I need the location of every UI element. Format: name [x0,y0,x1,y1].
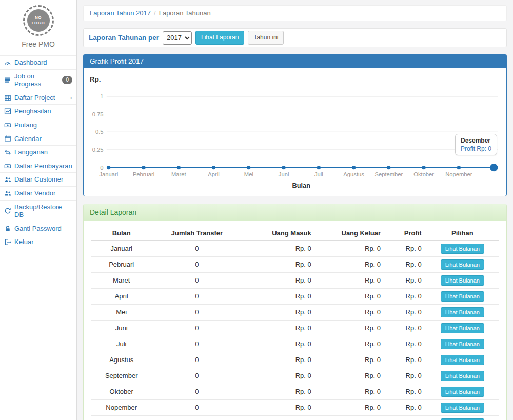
lihat-bulanan-button[interactable]: Lihat Bulanan [441,418,484,420]
profit-cell: Rp. 0 [385,241,426,257]
retweet-icon [4,149,11,156]
lihat-bulanan-button[interactable]: Lihat Bulanan [441,291,484,302]
sidebar-item-penghasilan[interactable]: Penghasilan [0,105,76,118]
action-cell: Lihat Bulanan [426,241,499,257]
month-cell: Pebruari [91,256,152,272]
uang-masuk-cell: Rp. 0 [242,256,315,272]
profit-chart-panel: Grafik Profit 2017 Rp.10.750.50.250Janua… [83,54,507,196]
transfer-count-cell: 0 [152,304,242,320]
money-icon [4,163,11,170]
year-select[interactable]: 2017 [163,31,192,45]
svg-text:Pebruari: Pebruari [133,171,154,177]
uang-keluar-cell: Rp. 0 [315,336,385,352]
lihat-bulanan-button[interactable]: Lihat Bulanan [441,323,484,333]
sidebar-item-ganti-password[interactable]: Ganti Password [0,222,76,236]
line-chart-icon [4,108,11,115]
lihat-bulanan-button[interactable]: Lihat Bulanan [441,387,484,397]
table-row: Pebruari0Rp. 0Rp. 0Rp. 0Lihat Bulanan [91,256,499,272]
sign-out-icon [4,238,11,246]
sidebar-item-label: Job on Progress [14,72,59,88]
uang-masuk-cell: Rp. 0 [242,399,315,415]
sidebar-item-keluar[interactable]: Keluar [0,235,76,249]
calendar-icon [4,135,11,142]
sidebar-item-label: Langganan [14,148,48,156]
lihat-bulanan-button[interactable]: Lihat Bulanan [441,403,484,413]
month-cell: Juni [91,320,152,336]
svg-text:Januari: Januari [99,171,118,177]
lihat-bulanan-button[interactable]: Lihat Bulanan [441,259,484,270]
table-row: Nopember0Rp. 0Rp. 0Rp. 0Lihat Bulanan [91,399,499,415]
transfer-count-cell: 0 [152,256,242,272]
breadcrumb: Laporan Tahun 2017/Laporan Tahunan [83,5,507,21]
sidebar-item-dashboard[interactable]: Dashboard [0,56,76,70]
transfer-count-cell: 0 [152,384,242,399]
chart-panel-title: Grafik Profit 2017 [84,54,506,68]
lihat-bulanan-button[interactable]: Lihat Bulanan [441,244,484,254]
svg-text:Juni: Juni [279,171,289,177]
users-icon [4,176,11,183]
column-header: Uang Masuk [242,226,315,241]
filter-label: Laporan Tahunan per [89,34,159,42]
sidebar-item-daftar-project[interactable]: Daftar Project‹ [0,91,76,105]
chart-tooltip: Desember Profit Rp: 0 [455,134,497,155]
svg-text:April: April [208,171,219,177]
profit-cell: Rp. 0 [385,304,426,320]
main-area: Laporan Tahun 2017/Laporan Tahunan Lapor… [77,0,513,420]
uang-keluar-cell: Rp. 0 [315,384,385,399]
profit-cell: Rp. 0 [385,320,426,336]
sidebar-item-backup-restore-db[interactable]: Backup/Restore DB [0,201,76,222]
breadcrumb-current: Laporan Tahunan [159,9,211,17]
lihat-bulanan-button[interactable]: Lihat Bulanan [441,307,484,317]
tasks-icon [4,76,11,84]
transfer-count-cell: 0 [152,288,242,304]
uang-masuk-cell: Rp. 0 [242,241,315,257]
sidebar-item-label: Daftar Customer [14,175,63,184]
transfer-count-cell: 0 [152,336,242,352]
table-row: Oktober0Rp. 0Rp. 0Rp. 0Lihat Bulanan [91,384,499,399]
sidebar-item-label: Daftar Project [14,94,55,102]
table-row: Januari0Rp. 0Rp. 0Rp. 0Lihat Bulanan [91,241,499,257]
sidebar-item-langganan[interactable]: Langganan [0,146,76,159]
uang-keluar-cell: Rp. 0 [315,272,385,288]
lihat-bulanan-button[interactable]: Lihat Bulanan [441,355,484,365]
sidebar-item-daftar-vendor[interactable]: Daftar Vendor [0,187,76,201]
transfer-count-cell: 0 [152,272,242,288]
profit-cell: Rp. 0 [385,399,426,415]
breadcrumb-separator: / [154,9,156,17]
table-row: Desember0Rp. 0Rp. 0Rp. 0Lihat Bulanan [91,415,499,420]
svg-text:Mei: Mei [244,171,253,177]
tahun-ini-button[interactable]: Tahun ini [248,31,284,44]
month-cell: Maret [91,272,152,288]
no-logo-seal-icon: NO LOGO [23,5,54,36]
profit-cell: Rp. 0 [385,415,426,420]
uang-masuk-cell: Rp. 0 [242,352,315,368]
svg-text:September: September [374,171,403,177]
sidebar-item-piutang[interactable]: Piutang [0,118,76,132]
breadcrumb-link[interactable]: Laporan Tahun 2017 [90,9,151,17]
lihat-bulanan-button[interactable]: Lihat Bulanan [441,275,484,286]
logo-text-line2: LOGO [32,21,45,26]
sidebar-item-daftar-customer[interactable]: Daftar Customer [0,173,76,187]
action-cell: Lihat Bulanan [426,415,499,420]
action-cell: Lihat Bulanan [426,384,499,399]
lihat-bulanan-button[interactable]: Lihat Bulanan [441,371,484,381]
lihat-laporan-button[interactable]: Lihat Laporan [195,31,244,44]
uang-keluar-cell: Rp. 0 [315,288,385,304]
svg-text:0.5: 0.5 [95,129,104,135]
column-header: Pilihan [426,226,499,241]
sidebar-item-calendar[interactable]: Calendar [0,132,76,146]
sidebar-menu: DashboardJob on Progress0Daftar Project‹… [0,55,76,249]
column-header: Bulan [91,226,152,241]
sidebar-item-label: Penghasilan [14,107,51,115]
sidebar-item-label: Daftar Vendor [14,189,55,197]
profit-cell: Rp. 0 [385,336,426,352]
uang-masuk-cell: Rp. 0 [242,272,315,288]
column-header: Profit [385,226,426,241]
uang-masuk-cell: Rp. 0 [242,288,315,304]
tooltip-profit-value: Profit Rp: 0 [461,145,491,152]
sidebar-item-job-on-progress[interactable]: Job on Progress0 [0,70,76,91]
month-cell: Oktober [91,384,152,399]
lihat-bulanan-button[interactable]: Lihat Bulanan [441,339,484,349]
action-cell: Lihat Bulanan [426,256,499,272]
sidebar-item-daftar-pembayaran[interactable]: Daftar Pembayaran [0,159,76,173]
